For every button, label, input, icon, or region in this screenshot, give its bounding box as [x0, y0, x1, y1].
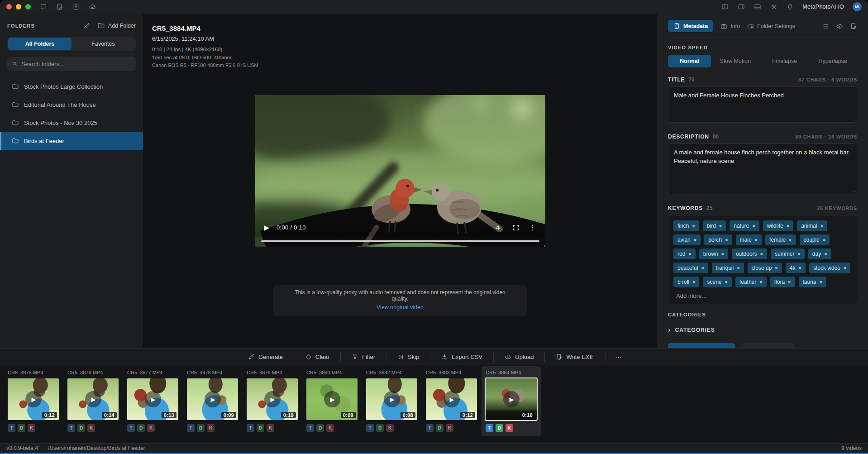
keyword-chip[interactable]: outdoors× — [732, 249, 767, 259]
filmstrip-item-selected[interactable]: CR5_3884.MP4 ▶ 0:10 T D K — [482, 366, 541, 436]
remove-keyword-icon[interactable]: × — [775, 265, 777, 271]
remove-keyword-icon[interactable]: × — [692, 223, 695, 229]
filmstrip-item[interactable]: CR5_3880.MP4 ▶ 0:09 T D K — [302, 366, 362, 436]
view-original-link[interactable]: View original video — [377, 304, 424, 311]
skip-button[interactable]: Skip — [386, 352, 430, 362]
volume-icon[interactable] — [495, 224, 503, 232]
remove-keyword-icon[interactable]: × — [759, 279, 762, 285]
upload-button[interactable]: Upload — [494, 352, 545, 362]
player-menu-icon[interactable]: ⋮ — [529, 224, 536, 231]
tab-info[interactable]: Info — [720, 23, 740, 29]
keyword-chip[interactable]: nature× — [730, 220, 759, 231]
comment-icon[interactable] — [39, 3, 47, 11]
title-input[interactable]: Male and Female House Finches Perched — [668, 86, 857, 123]
remove-keyword-icon[interactable]: × — [760, 251, 763, 257]
filmstrip-item[interactable]: CR5_3878.MP4 ▶ 0:09 T D K — [183, 366, 242, 436]
tab-all-folders[interactable]: All Folders — [8, 38, 72, 50]
notifications-bell-icon[interactable] — [786, 3, 794, 11]
tab-metadata[interactable]: Metadata — [668, 20, 713, 32]
remove-keyword-icon[interactable]: × — [755, 237, 758, 243]
keyword-chip[interactable]: 4k× — [786, 263, 806, 273]
speed-option-hyperlapse[interactable]: Hyperlapse — [808, 58, 857, 64]
fullscreen-icon[interactable] — [512, 224, 520, 232]
traffic-light-minimize[interactable] — [16, 4, 21, 10]
keyword-chip[interactable]: avian× — [673, 234, 701, 245]
speed-option-timelapse[interactable]: Timelapse — [760, 58, 809, 64]
filmstrip-item[interactable]: CR5_3876.MP4 ▶ 0:14 T D K — [63, 366, 123, 436]
list-icon[interactable] — [822, 23, 829, 30]
remove-keyword-icon[interactable]: × — [701, 265, 704, 271]
keyword-chip[interactable]: tranquil× — [712, 263, 744, 273]
remove-keyword-icon[interactable]: × — [824, 251, 827, 257]
filmstrip-thumbnail[interactable]: ▶ 0:12 — [426, 378, 477, 420]
filmstrip-thumbnail[interactable]: ▶ 0:09 — [306, 378, 358, 420]
filmstrip-item[interactable]: CR5_3875.MP4 ▶ 0:12 T D K — [4, 366, 63, 436]
remove-keyword-icon[interactable]: × — [694, 237, 696, 243]
user-avatar[interactable]: MI — [853, 2, 862, 11]
keyword-chip[interactable]: wildlife× — [763, 220, 793, 231]
filmstrip-item[interactable]: CR5_3877.MP4 ▶ 0:13 T D K — [123, 366, 182, 436]
speed-option-slow-motion[interactable]: Slow Motion — [711, 58, 760, 64]
filmstrip-thumbnail[interactable]: ▶ 0:12 — [8, 378, 59, 420]
tab-favorites[interactable]: Favorites — [72, 38, 135, 50]
more-actions-icon[interactable]: ⋯ — [606, 352, 631, 362]
keyword-chip[interactable]: summer× — [771, 249, 805, 259]
folder-search[interactable] — [7, 57, 136, 71]
remove-keyword-icon[interactable]: × — [787, 223, 789, 229]
folder-item[interactable]: Stock Photos Large Collection — [0, 77, 143, 96]
remove-keyword-icon[interactable]: × — [788, 279, 791, 285]
remove-keyword-icon[interactable]: × — [725, 279, 727, 285]
keyword-chip[interactable]: perch× — [704, 234, 732, 245]
folder-item[interactable]: Stock Photos - Nov 30 2025 — [0, 114, 143, 132]
keyword-chip[interactable]: finch× — [673, 220, 699, 231]
remove-keyword-icon[interactable]: × — [820, 279, 822, 285]
tab-folder-settings[interactable]: Folder Settings — [747, 23, 795, 29]
remove-keyword-icon[interactable]: × — [719, 223, 722, 229]
remove-keyword-icon[interactable]: × — [692, 279, 695, 285]
filmstrip-thumbnail[interactable]: ▶ 0:10 — [486, 378, 537, 420]
filmstrip-item[interactable]: CR5_3879.MP4 ▶ 0:19 T D K — [243, 366, 302, 436]
remove-keyword-icon[interactable]: × — [737, 265, 739, 271]
description-input[interactable]: A male and female house finch perch toge… — [668, 143, 857, 194]
remove-keyword-icon[interactable]: × — [721, 251, 724, 257]
progress-bar[interactable] — [261, 240, 539, 242]
keyword-chip[interactable]: peaceful× — [673, 263, 708, 273]
keyword-chip[interactable]: animal× — [797, 220, 827, 231]
keyword-chip[interactable]: fauna× — [799, 277, 826, 287]
add-folder-button[interactable]: Add Folder — [97, 22, 136, 29]
filmstrip-thumbnail[interactable]: ▶ 0:19 — [247, 378, 298, 420]
keyword-chip[interactable]: male× — [736, 234, 762, 245]
remove-keyword-icon[interactable]: × — [752, 223, 755, 229]
remove-keyword-icon[interactable]: × — [725, 237, 728, 243]
categories-collapsible[interactable]: › CATEGORIES — [668, 326, 857, 334]
filmstrip-thumbnail[interactable]: ▶ 0:14 — [67, 378, 119, 420]
cloud-upload-icon[interactable] — [88, 3, 96, 11]
keyword-chip[interactable]: stock video× — [809, 263, 850, 273]
keyword-chip[interactable]: couple× — [800, 234, 830, 245]
edit-pencil-icon[interactable] — [83, 22, 91, 29]
keyword-chip[interactable]: close up× — [748, 263, 782, 273]
clear-button[interactable]: Clear — [294, 352, 341, 362]
document-edit-icon[interactable] — [850, 23, 857, 30]
remove-keyword-icon[interactable]: × — [798, 265, 801, 271]
play-button[interactable]: ▶ — [264, 224, 270, 232]
keyword-chip[interactable]: flora× — [770, 277, 795, 287]
add-keyword-input[interactable] — [673, 291, 723, 301]
write-exif-button[interactable]: Write EXIF — [545, 352, 606, 362]
document-edit-icon[interactable] — [56, 3, 63, 11]
filmstrip-item[interactable]: CR5_3883.MP4 ▶ 0:12 T D K — [422, 366, 481, 436]
keyword-chip[interactable]: b roll× — [673, 277, 699, 287]
filmstrip-thumbnail[interactable]: ▶ 0:08 — [366, 378, 417, 420]
traffic-light-close[interactable] — [6, 4, 12, 10]
settings-gear-icon[interactable] — [770, 3, 777, 11]
filmstrip-thumbnail[interactable]: ▶ 0:09 — [187, 378, 238, 420]
toggle-right-panel-icon[interactable] — [737, 3, 745, 11]
keyword-chip[interactable]: feather× — [735, 277, 767, 287]
toggle-bottom-panel-icon[interactable] — [754, 3, 761, 11]
remove-keyword-icon[interactable]: × — [823, 237, 825, 243]
speed-option-normal[interactable]: Normal — [668, 55, 711, 67]
keyword-chip[interactable]: bird× — [703, 220, 726, 231]
remove-keyword-icon[interactable]: × — [820, 223, 823, 229]
remove-keyword-icon[interactable]: × — [797, 251, 800, 257]
filmstrip-thumbnail[interactable]: ▶ 0:13 — [127, 378, 178, 420]
